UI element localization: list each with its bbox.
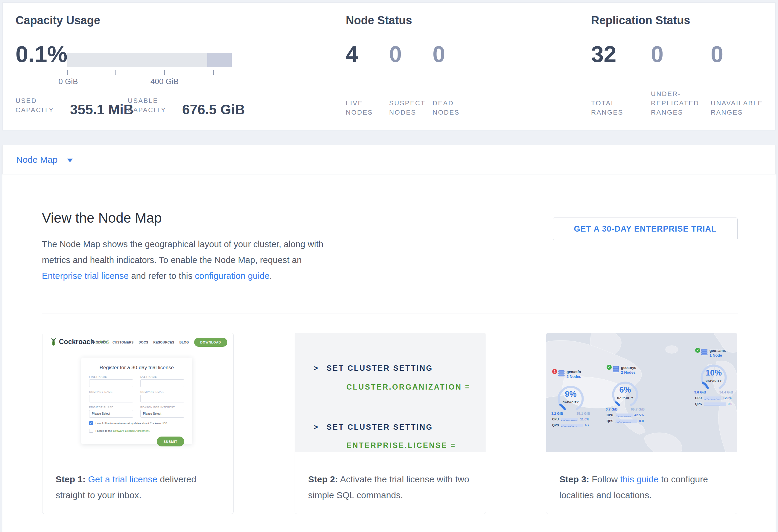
healthy-badge: ✓ bbox=[607, 365, 612, 370]
form-field: PROJECT PHASE Please Select bbox=[89, 406, 133, 418]
sql-statement: >SET CLUSTER SETTING bbox=[313, 423, 433, 432]
checkbox-unchecked-icon bbox=[89, 429, 93, 433]
dead-nodes-label: DEAD NODES bbox=[433, 98, 468, 117]
capacity-used: 3.2 GiB bbox=[551, 412, 563, 415]
description-text: The Node Map shows the geographical layo… bbox=[42, 239, 323, 265]
field-label: COMPANY EMAIL bbox=[140, 390, 184, 393]
cluster-overview-page: Capacity Usage 0.1% 0 GiB 400 GiB USED C… bbox=[0, 0, 778, 532]
sql-prompt: > bbox=[313, 364, 319, 372]
locality-node-count: 2 Nodes bbox=[621, 370, 636, 375]
database-icon bbox=[701, 349, 708, 356]
field-label: COMPANY NAME bbox=[89, 390, 133, 393]
gauge-arc-icon bbox=[609, 378, 642, 411]
enterprise-trial-button[interactable]: GET A 30-DAY ENTERPRISE TRIAL bbox=[553, 218, 737, 240]
dead-nodes-value: 0 bbox=[433, 41, 476, 67]
axis-tick bbox=[164, 70, 165, 75]
axis-tick-label: 400 GiB bbox=[150, 77, 178, 86]
step3-caption-text: Follow bbox=[589, 474, 620, 484]
capacity-total: 35.1 GiB bbox=[576, 412, 590, 415]
locality-widget-ams: ✓ geo=ams 1 Node bbox=[695, 349, 732, 406]
capacity-gauge-label: CAPACITY bbox=[554, 400, 587, 404]
configuration-guide-link[interactable]: configuration guide bbox=[195, 271, 269, 281]
step1-card: Cockroach LABS PRODUCT CUSTOMERS DOCS RE… bbox=[42, 333, 234, 514]
capacity-used: 3.6 GiB bbox=[694, 390, 706, 394]
cpu-sparkline bbox=[616, 413, 633, 417]
capacity-used-percent: 0.1% bbox=[15, 41, 67, 67]
email-updates-checkbox-row: ✓ I would like to receive email updates … bbox=[89, 421, 184, 425]
capacity-bar-track bbox=[67, 53, 232, 67]
replication-labels: TOTAL RANGES UNDER-REPLICATED RANGES UNA… bbox=[591, 89, 771, 117]
locality-header: ✓ geo=nyc 2 Nodes bbox=[607, 366, 644, 378]
sql-prompt: > bbox=[313, 423, 319, 431]
gauge-arc-icon bbox=[554, 382, 587, 415]
company-email-input bbox=[140, 395, 184, 402]
sql-setting-name: ENTERPRISE.LICENSE = bbox=[346, 441, 456, 450]
usable-capacity-stat: USABLE CAPACITY 676.5 GiB bbox=[128, 96, 245, 117]
reason-for-interest-select: Please Select bbox=[140, 410, 184, 418]
license-agreement-label: I agree to the Software License Agreemen… bbox=[95, 429, 150, 432]
unavailable-ranges-label: UNAVAILABLE RANGES bbox=[711, 98, 768, 117]
total-ranges-value: 32 bbox=[591, 41, 651, 67]
qps-metric-row: QPS 0.0 bbox=[607, 419, 644, 423]
suspect-nodes-label: SUSPECT NODES bbox=[389, 98, 424, 117]
enterprise-trial-license-link[interactable]: Enterprise trial license bbox=[42, 271, 129, 281]
capacity-gauge-label: CAPACITY bbox=[609, 396, 642, 399]
submit-row: SUBMIT bbox=[89, 437, 184, 446]
capacity-range: 3.7 GiB 65.7 GiB bbox=[606, 407, 644, 411]
cpu-metric-row: CPU 11.0% bbox=[552, 417, 589, 421]
replication-values: 32 0 0 bbox=[591, 41, 771, 67]
capacity-used: 3.7 GiB bbox=[606, 407, 618, 411]
page-title: View the Node Map bbox=[42, 210, 162, 226]
qps-sparkline bbox=[561, 424, 583, 427]
step2-card: >SET CLUSTER SETTING CLUSTER.ORGANIZATIO… bbox=[295, 333, 486, 514]
qps-metric-row: QPS 0.0 bbox=[695, 402, 732, 406]
suspect-nodes-value: 0 bbox=[389, 41, 433, 67]
locality-header: 1 geo=sfo 2 Nodes bbox=[552, 370, 589, 382]
capacity-bar-nonusable-segment bbox=[207, 53, 232, 67]
capacity-gauge: 10% CAPACITY 3.6 GiB 34.4 GiB bbox=[697, 361, 730, 394]
cluster-summary-bar: Capacity Usage 0.1% 0 GiB 400 GiB USED C… bbox=[2, 2, 776, 131]
nav-item-docs: DOCS bbox=[139, 340, 148, 344]
qps-label: QPS bbox=[695, 402, 704, 406]
axis-tick bbox=[213, 70, 214, 75]
cpu-sparkline bbox=[561, 418, 578, 421]
registration-site-preview: Cockroach LABS PRODUCT CUSTOMERS DOCS RE… bbox=[43, 333, 234, 452]
axis-tick-label: 0 GiB bbox=[58, 77, 78, 86]
chevron-down-icon bbox=[67, 159, 73, 162]
locality-node-count: 1 Node bbox=[709, 353, 726, 358]
form-field: FIRST NAME bbox=[89, 375, 133, 387]
project-phase-select: Please Select bbox=[89, 410, 133, 418]
view-selector-dropdown[interactable]: Node Map bbox=[2, 145, 776, 174]
nav-item-product: PRODUCT bbox=[91, 340, 107, 344]
form-fields: FIRST NAME LAST NAME COMPANY NAME C bbox=[89, 375, 184, 418]
get-trial-license-link[interactable]: Get a trial license bbox=[88, 474, 157, 484]
sql-commands-preview: >SET CLUSTER SETTING CLUSTER.ORGANIZATIO… bbox=[295, 333, 486, 452]
form-field: REASON FOR INTEREST Please Select bbox=[140, 406, 184, 418]
form-field: LAST NAME bbox=[140, 375, 184, 387]
step2-caption: Step 2: Activate the trial license with … bbox=[295, 452, 486, 503]
capacity-usage-title: Capacity Usage bbox=[15, 14, 100, 27]
capacity-percent: 6% bbox=[609, 385, 642, 395]
roach-icon bbox=[50, 337, 57, 346]
healthy-badge: ✓ bbox=[695, 348, 700, 353]
this-guide-link[interactable]: this guide bbox=[620, 474, 658, 484]
under-replicated-ranges-value: 0 bbox=[651, 41, 711, 67]
nav-item-blog: BLOG bbox=[179, 340, 189, 344]
capacity-total: 34.4 GiB bbox=[719, 390, 733, 394]
cpu-label: CPU bbox=[607, 413, 616, 417]
sql-setting-name: CLUSTER.ORGANIZATION = bbox=[346, 383, 470, 391]
cpu-sparkline bbox=[704, 396, 721, 400]
qps-sparkline bbox=[704, 402, 726, 406]
used-capacity-label: USED CAPACITY bbox=[15, 96, 63, 117]
used-capacity-value: 355.1 MiB bbox=[70, 102, 134, 117]
cpu-label: CPU bbox=[695, 396, 704, 400]
capacity-total: 65.7 GiB bbox=[631, 407, 644, 411]
view-selector-label[interactable]: Node Map bbox=[16, 155, 58, 165]
sql-command: SET CLUSTER SETTING bbox=[327, 364, 433, 372]
node-status-labels: LIVE NODES SUSPECT NODES DEAD NODES bbox=[346, 98, 476, 117]
last-name-input bbox=[140, 379, 184, 387]
cpu-metric-row: CPU 12.3% bbox=[695, 396, 732, 400]
field-label: PROJECT PHASE bbox=[89, 406, 133, 409]
cpu-label: CPU bbox=[552, 417, 561, 421]
node-status-values: 4 0 0 bbox=[346, 41, 476, 67]
